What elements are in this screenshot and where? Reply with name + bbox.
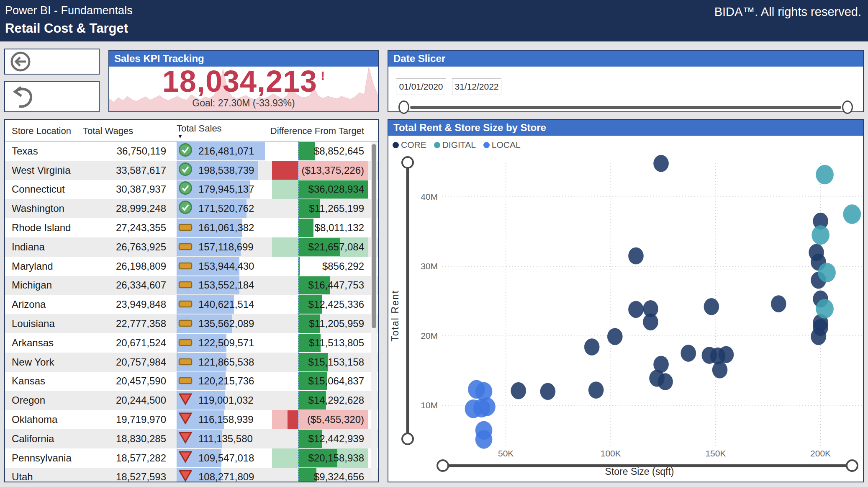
table-scrollbar-thumb[interactable] — [372, 144, 376, 328]
cell-store-location: Pennsylvania — [12, 452, 72, 464]
y-tick-label: 10M — [421, 400, 438, 410]
table-row[interactable]: Pennsylvania18,577,282109,547,018$20,158… — [5, 448, 378, 468]
diff-value-text: $11,205,959 — [309, 318, 364, 330]
end-date-input[interactable]: 31/12/2022 — [452, 78, 501, 95]
scatter-point-local[interactable] — [475, 430, 492, 448]
y-zoom-slider-handle-top[interactable] — [402, 157, 413, 168]
cell-total-sales: 198,538,739 — [198, 165, 254, 176]
scatter-point-digital[interactable] — [816, 299, 834, 318]
diff-value-text: ($13,375,226) — [302, 165, 364, 176]
table-row[interactable]: Arizona23,949,848140,621,514$12,425,336 — [5, 295, 378, 314]
x-tick-label: 50K — [498, 448, 514, 458]
diff-value-text: $12,442,939 — [308, 433, 364, 445]
start-date-input[interactable]: 01/01/2020 — [396, 78, 446, 95]
cell-total-wages: 26,334,607 — [68, 279, 166, 291]
cell-difference: $11,265,199 — [272, 199, 368, 218]
cell-total-wages: 18,577,282 — [68, 452, 166, 464]
column-header-difference[interactable]: Difference From Target — [270, 126, 364, 137]
table-row[interactable]: Kansas20,457,590120,215,736$15,064,837 — [5, 372, 378, 391]
table-row[interactable]: Connecticut30,387,937179,945,137$36,028,… — [5, 180, 378, 199]
table-row[interactable]: California18,830,285111,135,580$12,442,9… — [5, 429, 378, 448]
table-row[interactable]: Louisiana22,777,358135,562,089$11,205,95… — [5, 314, 378, 333]
scatter-point-digital[interactable] — [843, 205, 861, 224]
page-title: Retail Cost & Target — [5, 21, 128, 36]
table-row[interactable]: Arkansas20,671,524122,509,571$11,513,805 — [5, 333, 378, 353]
x-zoom-slider-handle-left[interactable] — [437, 460, 448, 471]
cell-difference: $856,292 — [272, 257, 368, 276]
column-header-total-sales[interactable]: Total Sales — [177, 123, 222, 134]
scatter-point-digital[interactable] — [812, 225, 829, 245]
table-row[interactable]: Indiana26,763,925157,118,699$21,657,084 — [5, 237, 378, 257]
scatter-point-core[interactable] — [629, 301, 644, 318]
scatter-point-core[interactable] — [658, 374, 673, 390]
legend-item-local[interactable]: LOCAL — [483, 140, 521, 150]
sort-descending-icon[interactable]: ▼ — [177, 133, 183, 139]
y-axis-title: Total Rent — [390, 290, 401, 342]
scatter-point-core[interactable] — [712, 361, 727, 378]
date-slider-handle-start[interactable] — [398, 100, 409, 114]
scatter-point-core[interactable] — [719, 346, 734, 363]
table-row[interactable]: Oregon20,244,500119,001,032$14,292,628 — [5, 391, 378, 410]
kpi-value: 18,034,213 — [162, 67, 317, 98]
scatter-point-core[interactable] — [704, 298, 719, 315]
cell-store-location: Utah — [12, 471, 33, 482]
table-row[interactable]: Rhode Island27,243,355161,061,382$8,011,… — [5, 218, 378, 237]
cell-total-wages: 20,671,524 — [68, 337, 166, 349]
table-row[interactable]: Michigan26,334,607153,552,184$16,447,753 — [5, 276, 378, 295]
cell-total-sales: 171,520,762 — [198, 203, 254, 214]
cell-total-sales: 135,562,089 — [198, 318, 254, 330]
scatter-point-core[interactable] — [629, 247, 644, 264]
date-slider-track[interactable] — [410, 106, 841, 109]
table-row[interactable]: Utah18,527,593108,271,809$9,324,656 — [5, 468, 378, 482]
cell-total-wages: 19,719,970 — [68, 414, 166, 425]
x-zoom-slider-handle-right[interactable] — [847, 460, 858, 471]
scatter-point-core[interactable] — [540, 383, 555, 400]
kpi-status-check-icon — [178, 162, 193, 179]
undo-button[interactable] — [4, 81, 100, 112]
cell-total-sales: 108,271,809 — [198, 471, 254, 482]
cell-difference: $9,324,656 — [272, 468, 368, 482]
scatter-point-core[interactable] — [771, 296, 786, 312]
scatter-point-core[interactable] — [681, 345, 696, 362]
cell-total-wages: 28,999,248 — [68, 203, 166, 214]
scatter-point-local[interactable] — [479, 397, 496, 416]
cell-store-location: Rhode Island — [12, 222, 71, 234]
legend-item-digital[interactable]: DIGITAL — [434, 140, 476, 150]
cell-total-wages: 18,527,593 — [68, 471, 166, 482]
table-row[interactable]: West Virginia33,587,617198,538,739($13,3… — [5, 161, 378, 180]
table-row[interactable]: Oklahoma19,719,970116,158,939($5,455,320… — [5, 410, 378, 429]
table-scrollbar[interactable] — [371, 142, 377, 480]
cell-store-location: Arkansas — [12, 337, 54, 349]
scatter-point-core[interactable] — [588, 382, 603, 399]
column-header-store-location[interactable]: Store Location — [12, 126, 71, 137]
cell-difference: $11,513,805 — [272, 333, 368, 353]
table-row[interactable]: New York20,757,984121,865,538$15,153,158 — [5, 353, 378, 372]
kpi-status-triangle-icon — [178, 451, 193, 466]
kpi-status-dash-icon — [178, 375, 193, 387]
cell-store-location: Indiana — [12, 241, 45, 253]
kpi-status-dash-icon — [178, 299, 193, 310]
scatter-point-core[interactable] — [584, 339, 599, 356]
y-zoom-slider-handle-bottom[interactable] — [402, 433, 413, 444]
cell-total-wages: 22,777,358 — [68, 318, 166, 330]
cell-store-location: Michigan — [12, 279, 52, 291]
scatter-point-digital[interactable] — [818, 263, 836, 282]
cell-total-wages: 30,387,937 — [68, 183, 166, 195]
back-button[interactable] — [4, 49, 100, 75]
cell-total-sales: 116,158,939 — [198, 414, 254, 425]
date-slider-handle-end[interactable] — [842, 100, 853, 114]
cell-store-location: Connecticut — [12, 183, 65, 195]
diff-value-text: $9,324,656 — [314, 471, 364, 482]
table-row[interactable]: Washington28,999,248171,520,762$11,265,1… — [5, 199, 378, 218]
scatter-point-core[interactable] — [811, 328, 826, 345]
scatter-point-digital[interactable] — [816, 165, 834, 184]
legend-item-core[interactable]: CORE — [393, 140, 426, 150]
scatter-point-core[interactable] — [643, 314, 658, 330]
table-row[interactable]: Texas36,750,119216,481,071$8,852,645 — [5, 142, 378, 161]
table-row[interactable]: Maryland26,198,809153,944,430$856,292 — [5, 257, 378, 276]
cell-store-location: Texas — [12, 145, 38, 157]
scatter-point-core[interactable] — [607, 328, 622, 345]
scatter-point-core[interactable] — [511, 382, 526, 399]
scatter-point-core[interactable] — [654, 155, 669, 172]
column-header-total-wages[interactable]: Total Wages — [83, 126, 133, 137]
